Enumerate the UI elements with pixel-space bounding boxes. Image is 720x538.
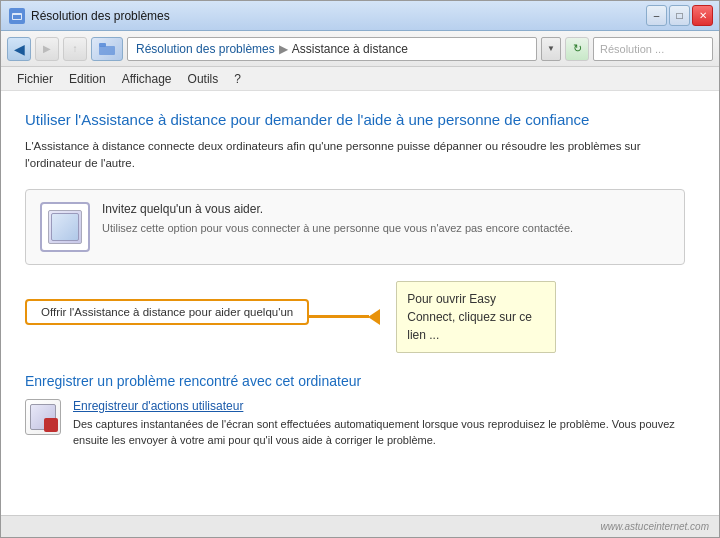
address-dropdown[interactable]: ▼	[541, 37, 561, 61]
up-button[interactable]: ↑	[63, 37, 87, 61]
invite-option-icon	[40, 202, 90, 252]
svg-rect-2	[99, 46, 115, 55]
maximize-button[interactable]: □	[669, 5, 690, 26]
window-icon	[9, 8, 25, 24]
menu-bar: Fichier Edition Affichage Outils ?	[1, 67, 719, 91]
menu-outils[interactable]: Outils	[180, 69, 227, 89]
footer: www.astuceinternet.com	[1, 515, 719, 537]
footer-watermark: www.astuceinternet.com	[601, 521, 709, 532]
page-description: L'Assistance à distance connecte deux or…	[25, 138, 685, 173]
title-bar-controls: – □ ✕	[646, 5, 713, 26]
title-bar: Résolution des problèmes – □ ✕	[1, 1, 719, 31]
title-bar-left: Résolution des problèmes	[9, 8, 170, 24]
easy-connect-link[interactable]: Offrir l'Assistance à distance pour aide…	[25, 299, 309, 325]
section2-title: Enregistrer un problème rencontré avec c…	[25, 373, 685, 389]
search-placeholder: Résolution ...	[600, 43, 664, 55]
menu-edition[interactable]: Edition	[61, 69, 114, 89]
recorder-text: Enregistreur d'actions utilisateur Des c…	[73, 399, 685, 449]
invite-option-detail: Utilisez cette option pour vous connecte…	[102, 220, 573, 237]
svg-rect-1	[13, 15, 21, 19]
refresh-button[interactable]: ↻	[565, 37, 589, 61]
address-bar: ◀ ▶ ↑ Résolution des problèmes ▶ Assista…	[1, 31, 719, 67]
page-title: Utiliser l'Assistance à distance pour de…	[25, 111, 685, 128]
window-title: Résolution des problèmes	[31, 9, 170, 23]
minimize-button[interactable]: –	[646, 5, 667, 26]
link-button-wrapper: Offrir l'Assistance à distance pour aide…	[25, 299, 380, 335]
breadcrumb-root[interactable]: Résolution des problèmes	[136, 42, 275, 56]
menu-fichier[interactable]: Fichier	[9, 69, 61, 89]
menu-affichage[interactable]: Affichage	[114, 69, 180, 89]
record-card: Enregistreur d'actions utilisateur Des c…	[25, 399, 685, 449]
recorder-description: Des captures instantanées de l'écran son…	[73, 416, 685, 449]
arrow-head	[368, 309, 380, 325]
arrow-line	[309, 315, 369, 318]
recorder-icon-overlay	[44, 418, 58, 432]
svg-rect-3	[99, 43, 106, 47]
breadcrumb-sep: ▶	[279, 42, 288, 56]
back-button[interactable]: ◀	[7, 37, 31, 61]
address-path[interactable]: Résolution des problèmes ▶ Assistance à …	[127, 37, 537, 61]
content-inner: Utiliser l'Assistance à distance pour de…	[25, 111, 685, 449]
menu-help[interactable]: ?	[226, 69, 249, 89]
invite-option-card: Invitez quelqu'un à vous aider. Utilisez…	[25, 189, 685, 265]
address-icon	[91, 37, 123, 61]
invite-option-text: Invitez quelqu'un à vous aider. Utilisez…	[102, 202, 573, 237]
recorder-icon	[25, 399, 61, 435]
main-content: Utiliser l'Assistance à distance pour de…	[1, 91, 719, 515]
search-box[interactable]: Résolution ...	[593, 37, 713, 61]
window: Résolution des problèmes – □ ✕ ◀ ▶ ↑ Rés…	[0, 0, 720, 538]
close-button[interactable]: ✕	[692, 5, 713, 26]
arrow-container	[309, 309, 380, 325]
forward-button[interactable]: ▶	[35, 37, 59, 61]
tooltip-box: Pour ouvrir Easy Connect, cliquez sur ce…	[396, 281, 556, 353]
breadcrumb-current: Assistance à distance	[292, 42, 408, 56]
recorder-name[interactable]: Enregistreur d'actions utilisateur	[73, 399, 685, 413]
invite-option-title: Invitez quelqu'un à vous aider.	[102, 202, 573, 216]
annotation-area: Offrir l'Assistance à distance pour aide…	[25, 281, 685, 353]
